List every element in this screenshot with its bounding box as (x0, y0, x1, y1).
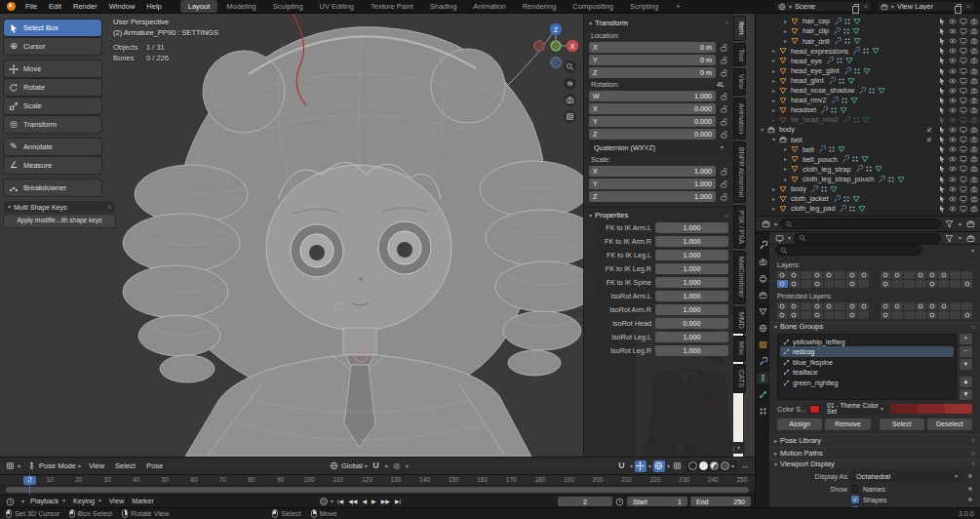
collection-checkbox[interactable]: ✓ (925, 136, 933, 143)
protected-layer-toggle[interactable] (812, 302, 823, 310)
selectable-pointer-icon[interactable] (938, 106, 946, 114)
outliner-row[interactable]: ▸ hair_clip ✓ (756, 26, 980, 36)
remove-bone-group-button[interactable]: − (960, 346, 972, 357)
expand-arrow-icon[interactable]: ▾ (770, 137, 777, 142)
protected-layer-toggle[interactable] (938, 302, 949, 310)
remove-button[interactable]: Remove (825, 419, 870, 430)
hide-eye-icon[interactable] (949, 97, 957, 104)
add-bone-group-button[interactable]: + (960, 334, 972, 344)
scale-field[interactable]: Z1.000 (589, 191, 716, 202)
properties-panel-header[interactable]: ▾Properties≡ (589, 210, 728, 222)
timeline-scrollbar[interactable] (0, 485, 755, 495)
outliner-row[interactable]: ▸ hair_drill ✓ (756, 36, 980, 46)
next-keyframe-button[interactable]: ▶▶ (380, 498, 391, 505)
render-visibility-icon[interactable] (970, 77, 978, 85)
scene-selector[interactable]: ▾ Scene × (774, 1, 872, 12)
apply-modifiers-button[interactable]: Apply modifie...ith shape keys (4, 215, 115, 227)
expand-arrow-icon[interactable]: ▸ (770, 98, 777, 103)
object-name[interactable]: cloth_jacket (791, 195, 829, 202)
render-visibility-icon[interactable] (970, 97, 978, 104)
selectable-pointer-icon[interactable] (938, 116, 946, 124)
new-scene-icon[interactable] (854, 4, 859, 10)
object-name[interactable]: head_eye (791, 58, 822, 64)
protected-layer-toggle[interactable] (892, 311, 903, 319)
viewport-visibility-icon[interactable] (960, 18, 967, 25)
layer-toggle[interactable] (916, 280, 926, 288)
tool-annotate[interactable]: ✎Annotate (4, 139, 101, 155)
n-panel-tab[interactable]: Misc (733, 336, 746, 361)
render-visibility-icon[interactable] (970, 165, 978, 173)
object-name[interactable]: belt (791, 137, 803, 143)
layer-toggle[interactable] (824, 280, 835, 288)
transform-gizmo-toggle-icon[interactable] (635, 460, 647, 472)
tool-breakdowner[interactable]: Breakdowner (4, 180, 101, 196)
tab-object[interactable] (757, 339, 768, 350)
current-frame-field[interactable]: 2 (558, 497, 612, 506)
property-value-field[interactable]: 1.000 (655, 263, 728, 274)
select-color-swatch[interactable] (918, 404, 945, 414)
new-collection-icon[interactable] (964, 219, 976, 230)
lock-icon[interactable] (720, 68, 728, 77)
render-visibility-icon[interactable] (970, 136, 978, 143)
hide-eye-icon[interactable] (949, 145, 957, 153)
select-button[interactable]: Select (880, 419, 924, 430)
expand-arrow-icon[interactable]: ▸ (770, 78, 777, 84)
timeline-menu[interactable]: Keying (73, 498, 101, 504)
timeline-editor-icon[interactable] (4, 496, 16, 507)
tab-tool[interactable] (757, 240, 768, 251)
lock-icon[interactable] (720, 180, 728, 188)
viewport-visibility-icon[interactable] (960, 87, 967, 95)
lock-icon[interactable] (720, 92, 728, 100)
layer-toggle[interactable] (950, 280, 960, 288)
selectable-pointer-icon[interactable] (938, 195, 946, 203)
outliner-row[interactable]: ▸ head_rmv2 ✓ (756, 96, 980, 105)
deselect-button[interactable]: Deselect (927, 419, 972, 430)
move-group-down-button[interactable]: ▼ (960, 389, 972, 400)
property-value-field[interactable]: 1.000 (655, 304, 728, 315)
rotation-field[interactable]: Z0.000 (589, 129, 716, 140)
selectable-pointer-icon[interactable] (938, 77, 946, 85)
menu-pose[interactable]: Pose (143, 460, 166, 472)
outliner-search-input[interactable] (780, 219, 941, 229)
tool-select-box[interactable]: Select Box (4, 20, 101, 36)
menu-view[interactable]: View (86, 460, 107, 472)
rotation-field[interactable]: Y0.000 (589, 116, 716, 127)
property-value-field[interactable]: 1.000 (655, 236, 728, 247)
hide-eye-icon[interactable] (949, 47, 957, 55)
add-workspace-button[interactable]: + (668, 0, 687, 13)
viewport-3d[interactable]: Select Box ⊕Cursor Move Rotate Scale ◎Tr… (0, 14, 755, 457)
scale-field[interactable]: Y1.000 (589, 179, 716, 189)
jump-to-start-button[interactable]: |◀ (336, 498, 344, 505)
render-visibility-icon[interactable] (970, 37, 978, 45)
render-visibility-icon[interactable] (970, 145, 978, 153)
layer-toggle[interactable] (835, 280, 845, 288)
filter-funnel-icon[interactable] (944, 232, 956, 244)
layer-toggle[interactable] (892, 271, 903, 279)
expand-arrow-icon[interactable]: ▸ (770, 68, 777, 74)
render-visibility-icon[interactable] (970, 47, 978, 55)
scale-field[interactable]: X1.000 (589, 166, 716, 177)
bone-group-item[interactable]: yellowhip_leftleg (780, 337, 954, 347)
outliner-row[interactable]: ▸ head_eye ✓ (756, 56, 980, 65)
outliner-row[interactable]: ▸ hair_cap ✓ (756, 17, 980, 26)
object-name[interactable]: hair_clip (803, 27, 829, 34)
layer-toggle[interactable] (801, 271, 811, 279)
layer-toggle[interactable] (801, 280, 811, 288)
properties-search-input[interactable] (794, 233, 941, 244)
selectable-pointer-icon[interactable] (938, 165, 946, 173)
render-visibility-icon[interactable] (970, 185, 978, 193)
workspace-tab[interactable]: UV Editing (312, 0, 362, 13)
protected-layer-toggle[interactable] (858, 302, 869, 310)
protected-layer-toggle[interactable] (801, 302, 811, 310)
viewport-visibility-icon[interactable] (960, 195, 967, 203)
protected-layer-toggle[interactable] (789, 311, 800, 319)
object-name[interactable]: ne_head_rmv2 (791, 116, 839, 123)
expand-arrow-icon[interactable]: ▸ (782, 156, 789, 162)
hide-eye-icon[interactable] (949, 205, 957, 213)
rotation-field[interactable]: X0.000 (589, 103, 716, 114)
object-name[interactable]: hair_drill (803, 38, 830, 45)
panel-header[interactable]: ▾Multi Shape Keys≡ (4, 201, 115, 213)
property-value-field[interactable]: 1.000 (655, 332, 728, 342)
outliner-row[interactable]: ▾ belt ✓ (756, 135, 980, 144)
blender-logo-icon[interactable] (7, 2, 16, 11)
